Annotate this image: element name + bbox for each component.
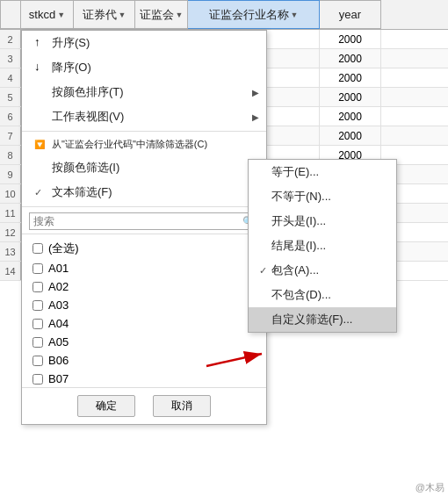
- menu-item-color-sort[interactable]: 按颜色排序(T) ▶: [22, 80, 266, 104]
- checkbox-item-A02[interactable]: A02: [22, 277, 266, 296]
- cell-rownum: 12: [0, 223, 21, 241]
- checkbox-all[interactable]: [33, 243, 43, 254]
- checkbox-item-B06[interactable]: B06: [22, 351, 266, 370]
- dropdown-menu: ↑ 升序(S) ↓ 降序(O) 按颜色排序(T) ▶ 工作表视图(V) ▶ 🔽 …: [21, 30, 267, 425]
- submenu-label-equals: 等于(E)...: [271, 164, 319, 180]
- cell-year: 2000: [320, 68, 381, 87]
- cell-rownum: 5: [0, 88, 21, 106]
- menu-color-filter-label: 按颜色筛选(I): [52, 160, 119, 176]
- col-zjh-label: 证监会: [140, 7, 174, 23]
- menu-item-color-filter[interactable]: 按颜色筛选(I): [22, 155, 266, 180]
- checkbox-label-A02: A02: [48, 280, 69, 293]
- menu-asc-label: 升序(S): [52, 35, 90, 51]
- separator2: [22, 206, 266, 207]
- spreadsheet: stkcd ▼ 证券代 ▼ 证监会 ▼ 证监会行业名称 ▼ year 2 几械和…: [0, 0, 448, 496]
- menu-item-asc[interactable]: ↑ 升序(S): [22, 31, 266, 55]
- col-header-rownum: [0, 0, 21, 29]
- menu-item-text-filter[interactable]: 文本筛选(F) ▶: [22, 180, 266, 205]
- cell-year: 2000: [320, 107, 381, 126]
- col-header-zjhname[interactable]: 证监会行业名称 ▼: [188, 0, 320, 29]
- checkbox-item-A01[interactable]: A01: [22, 259, 266, 277]
- submenu-item-contains[interactable]: ✓包含(A)...: [249, 258, 396, 283]
- cell-rownum: 4: [0, 68, 21, 87]
- menu-item-remove-filter[interactable]: 🔽 从"证监会行业代码"中清除筛选器(C): [22, 133, 266, 155]
- cell-rownum: 2: [0, 30, 21, 48]
- search-input-wrap: 🔍: [29, 212, 259, 230]
- submenu-label-not_equals: 不等于(N)...: [271, 189, 331, 205]
- cell-rownum: 7: [0, 126, 21, 145]
- checkbox-label-A04: A04: [48, 317, 69, 330]
- cell-rownum: 8: [0, 146, 21, 164]
- submenu-item-starts_with[interactable]: 开头是(I)...: [249, 209, 396, 234]
- submenu-item-not_equals[interactable]: 不等于(N)...: [249, 184, 396, 209]
- cell-year: 2000: [320, 126, 381, 145]
- checkbox-A05[interactable]: [33, 337, 43, 348]
- checkbox-item-all[interactable]: (全选): [22, 238, 266, 259]
- submenu-label-custom: 自定义筛选(F)...: [271, 312, 352, 327]
- checkbox-label-A03: A03: [48, 298, 69, 312]
- search-area: 🔍: [22, 209, 266, 234]
- cell-rownum: 10: [0, 184, 21, 203]
- submenu-check-contains: ✓: [259, 265, 271, 277]
- table-header: stkcd ▼ 证券代 ▼ 证监会 ▼ 证监会行业名称 ▼ year: [0, 0, 448, 30]
- cell-rownum: 11: [0, 204, 21, 222]
- submenu-label-starts_with: 开头是(I)...: [271, 213, 326, 229]
- col-header-zqd[interactable]: 证券代 ▼: [74, 0, 135, 29]
- checkbox-A03[interactable]: [33, 300, 43, 311]
- checkbox-label-A05: A05: [48, 335, 69, 349]
- submenu-label-ends_with: 结尾是(I)...: [271, 238, 326, 254]
- ok-button[interactable]: 确定: [77, 395, 135, 417]
- submenu-label-not_contains: 不包含(D)...: [271, 287, 331, 303]
- checkbox-A04[interactable]: [33, 319, 43, 329]
- menu-color-sort-label: 按颜色排序(T): [52, 84, 124, 100]
- checkbox-A01[interactable]: [33, 263, 43, 274]
- submenu-item-custom[interactable]: 自定义筛选(F)...: [249, 307, 396, 332]
- checkbox-A02[interactable]: [33, 282, 43, 292]
- cell-rownum: 9: [0, 165, 21, 183]
- submenu-item-not_contains[interactable]: 不包含(D)...: [249, 283, 396, 307]
- submenu-arrow: ▶: [252, 88, 259, 97]
- dropdown-buttons: 确定 取消: [22, 388, 266, 424]
- col-zjhname-arrow: ▼: [291, 11, 299, 19]
- checkbox-item-A03[interactable]: A03: [22, 296, 266, 314]
- checkbox-label-all: (全选): [48, 241, 79, 256]
- col-header-year[interactable]: year: [320, 0, 381, 29]
- col-stkcd-arrow: ▼: [57, 11, 65, 19]
- col-header-stkcd[interactable]: stkcd ▼: [21, 0, 74, 29]
- sort-asc-icon: ↑: [34, 37, 48, 49]
- watermark: @木易: [415, 481, 444, 494]
- menu-desc-label: 降序(O): [52, 60, 91, 75]
- text-filter-check-icon: [34, 187, 48, 198]
- checkbox-B06[interactable]: [33, 356, 43, 366]
- cell-year: 2000: [320, 88, 381, 106]
- col-year-label: year: [339, 8, 361, 21]
- col-stkcd-label: stkcd: [29, 8, 55, 21]
- col-header-zjh[interactable]: 证监会 ▼: [135, 0, 188, 29]
- cell-rownum: 13: [0, 242, 21, 261]
- cell-rownum: 6: [0, 107, 21, 126]
- filter-clear-icon: 🔽: [34, 140, 48, 149]
- submenu-label-contains: 包含(A)...: [271, 262, 319, 278]
- menu-remove-filter-label: 从"证监会行业代码"中清除筛选器(C): [52, 138, 207, 151]
- separator1: [22, 131, 266, 132]
- menu-sheet-view-label: 工作表视图(V): [52, 109, 124, 125]
- submenu-item-equals[interactable]: 等于(E)...: [249, 160, 396, 184]
- checkbox-item-B07[interactable]: B07: [22, 370, 266, 388]
- checkbox-list: (全选)A01A02A03A04A05B06B07B08B09: [22, 234, 266, 388]
- checkbox-B07[interactable]: [33, 374, 43, 385]
- menu-text-filter-label: 文本筛选(F): [52, 184, 112, 200]
- col-zqd-label: 证券代: [83, 7, 117, 23]
- cell-year: 2000: [320, 30, 381, 48]
- checkbox-item-A05[interactable]: A05: [22, 333, 266, 351]
- cell-year: 2000: [320, 49, 381, 68]
- checkbox-item-A04[interactable]: A04: [22, 314, 266, 333]
- menu-item-desc[interactable]: ↓ 降序(O): [22, 55, 266, 80]
- search-input[interactable]: [33, 215, 242, 227]
- svg-text:↑: ↑: [34, 37, 40, 47]
- col-zjh-arrow: ▼: [176, 11, 184, 19]
- checkbox-label-B06: B06: [48, 354, 69, 367]
- menu-item-sheet-view[interactable]: 工作表视图(V) ▶: [22, 104, 266, 129]
- submenu-item-ends_with[interactable]: 结尾是(I)...: [249, 234, 396, 258]
- cell-rownum: 14: [0, 262, 21, 280]
- cancel-button[interactable]: 取消: [153, 395, 211, 417]
